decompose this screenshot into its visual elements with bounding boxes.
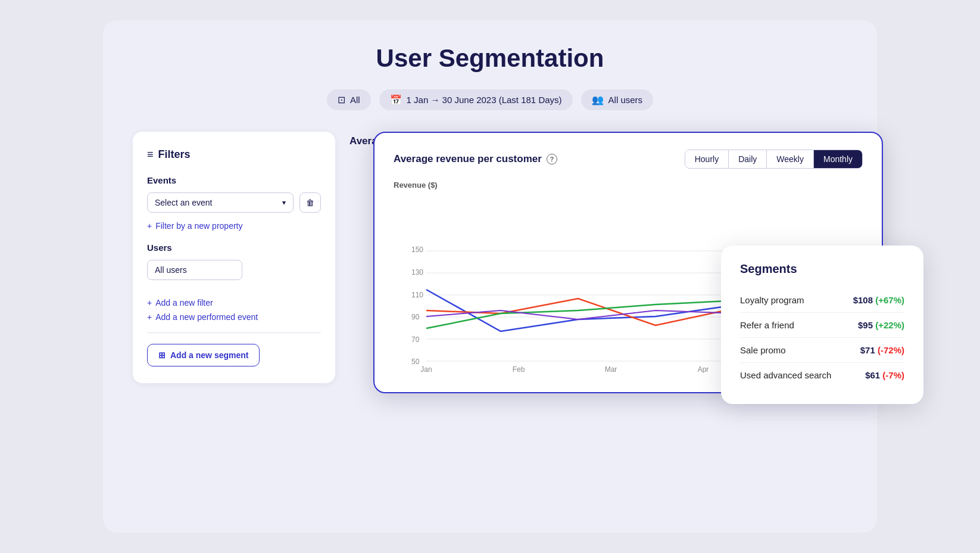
- segment-name-3: Sale promo: [740, 345, 860, 355]
- svg-text:150: 150: [411, 246, 423, 254]
- filter-icon: ≡: [147, 148, 154, 161]
- segment-value-1: $108 (+67%): [853, 295, 904, 305]
- plus-icon-2: +: [147, 298, 152, 307]
- users-section-title: Users: [147, 243, 321, 253]
- svg-text:Feb: Feb: [513, 365, 525, 373]
- filters-title: ≡ Filters: [147, 148, 321, 161]
- delete-event-button[interactable]: 🗑: [299, 192, 321, 213]
- info-icon-fg[interactable]: ?: [547, 154, 557, 164]
- svg-text:Jan: Jan: [420, 365, 432, 373]
- page-title: User Segmentation: [133, 44, 847, 73]
- add-new-filter[interactable]: + Add a new filter: [147, 298, 321, 307]
- svg-text:90: 90: [411, 313, 420, 321]
- chart-card-foreground: Average revenue per customer ? Hourly Da…: [373, 132, 883, 393]
- segments-title: Segments: [740, 262, 904, 276]
- segment-icon: ⊞: [158, 350, 166, 360]
- svg-text:130: 130: [411, 268, 423, 276]
- fg-chart-header: Average revenue per customer ? Hourly Da…: [394, 150, 863, 169]
- add-property-filter[interactable]: + Filter by a new property: [147, 221, 321, 231]
- add-performed-event[interactable]: + Add a new performed event: [147, 312, 321, 322]
- event-dropdown[interactable]: Select an event ▾: [147, 192, 294, 213]
- date-filter-label: 1 Jan → 30 June 2023 (Last 181 Days): [407, 95, 562, 105]
- y-axis-label: Revenue ($): [394, 181, 863, 189]
- chart-area: Average revenue per customer ? Hourly Da…: [349, 132, 847, 160]
- daily-btn-fg[interactable]: Daily: [729, 150, 767, 168]
- weekly-btn-fg[interactable]: Weekly: [767, 150, 814, 168]
- app-container: User Segmentation ⊡ All 📅 1 Jan → 30 Jun…: [103, 20, 877, 533]
- date-filter-pill[interactable]: 📅 1 Jan → 30 June 2023 (Last 181 Days): [379, 89, 573, 110]
- users-dropdown[interactable]: All users: [147, 260, 242, 280]
- users-filter-label: All users: [608, 95, 643, 105]
- main-content: ≡ Filters Events Select an event ▾ 🗑 + F…: [133, 132, 847, 383]
- segment-value-3: $71 (-72%): [860, 345, 904, 355]
- svg-text:110: 110: [411, 291, 423, 299]
- monthly-btn-fg[interactable]: Monthly: [814, 150, 862, 168]
- fg-chart-title: Average revenue per customer ?: [394, 153, 557, 165]
- segment-row-2: Refer a friend $95 (+22%): [740, 313, 904, 338]
- add-segment-button[interactable]: ⊞ Add a new segment: [147, 344, 260, 366]
- segment-name-4: Used advanced search: [740, 370, 865, 380]
- filters-panel: ≡ Filters Events Select an event ▾ 🗑 + F…: [133, 132, 335, 383]
- segment-change-3: (-72%): [878, 345, 904, 355]
- events-section-title: Events: [147, 175, 321, 185]
- top-filters-bar: ⊡ All 📅 1 Jan → 30 June 2023 (Last 181 D…: [133, 89, 847, 110]
- svg-text:Mar: Mar: [605, 365, 617, 373]
- segment-row-3: Sale promo $71 (-72%): [740, 338, 904, 363]
- all-filter-label: All: [350, 95, 360, 105]
- segment-row-4: Used advanced search $61 (-7%): [740, 363, 904, 387]
- event-selector: Select an event ▾ 🗑: [147, 192, 321, 213]
- users-filter-pill[interactable]: 👥 All users: [581, 89, 654, 110]
- plus-icon-3: +: [147, 312, 152, 322]
- plus-icon: +: [147, 221, 152, 231]
- segment-value-4: $61 (-7%): [865, 370, 904, 380]
- monitor-icon: ⊡: [338, 94, 345, 105]
- section-divider: Users All users: [147, 243, 321, 288]
- segment-row-1: Loyalty program $108 (+67%): [740, 288, 904, 313]
- fg-time-toggle-group: Hourly Daily Weekly Monthly: [685, 150, 863, 169]
- panel-divider: [147, 333, 321, 333]
- calendar-icon: 📅: [390, 94, 402, 105]
- segment-name-2: Refer a friend: [740, 320, 858, 330]
- segment-name-1: Loyalty program: [740, 295, 853, 305]
- segment-value-2: $95 (+22%): [858, 320, 904, 330]
- segment-change-1: (+67%): [875, 295, 904, 305]
- event-dropdown-text: Select an event: [155, 198, 213, 207]
- segments-card: Segments Loyalty program $108 (+67%) Ref…: [721, 246, 923, 404]
- svg-text:70: 70: [411, 335, 420, 344]
- segment-change-4: (-7%): [882, 370, 904, 380]
- all-filter-pill[interactable]: ⊡ All: [327, 89, 371, 110]
- segment-change-2: (+22%): [875, 320, 904, 330]
- hourly-btn-fg[interactable]: Hourly: [685, 150, 729, 168]
- users-icon: 👥: [592, 94, 604, 105]
- chevron-down-icon: ▾: [282, 198, 286, 207]
- svg-text:50: 50: [411, 358, 420, 366]
- svg-text:Apr: Apr: [698, 365, 709, 373]
